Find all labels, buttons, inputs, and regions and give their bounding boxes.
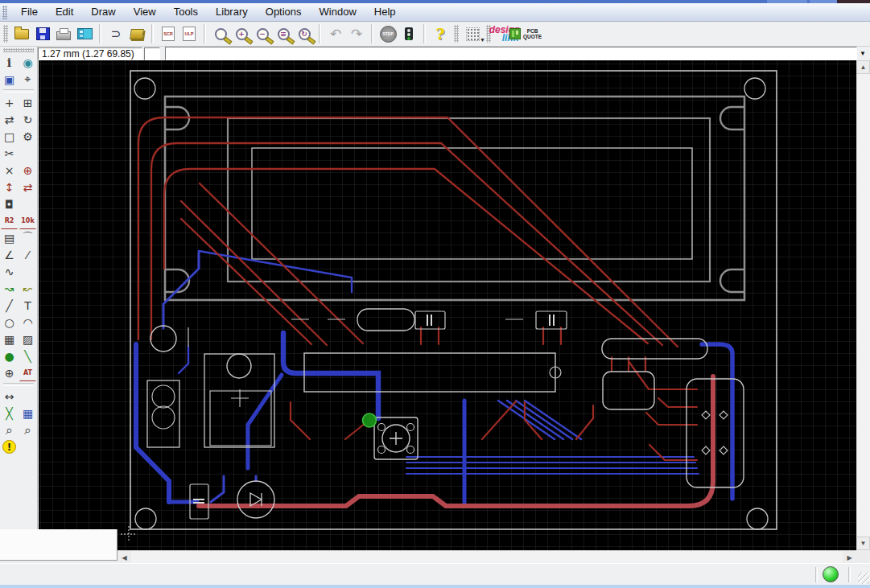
- add-tool[interactable]: ⊕: [19, 162, 36, 179]
- errors-tool[interactable]: ⌕: [19, 421, 36, 438]
- switch-board-schematic-button[interactable]: [74, 23, 95, 44]
- value-tool[interactable]: 10k: [19, 212, 36, 229]
- stop-button[interactable]: STOP: [377, 23, 398, 44]
- scroll-left-arrow[interactable]: ◀: [118, 551, 131, 564]
- vertical-scrollbar[interactable]: ▲ ▼: [856, 60, 870, 550]
- optimize-tool[interactable]: ⁄: [19, 246, 36, 263]
- zoom-out-button[interactable]: −: [252, 23, 273, 44]
- circle-tool[interactable]: ○: [1, 314, 18, 331]
- scroll-down-arrow[interactable]: ▼: [856, 537, 870, 550]
- horizontal-scrollbar[interactable]: ◀ ▶: [118, 550, 856, 563]
- drc-tool[interactable]: ⌕: [1, 421, 18, 438]
- zoom-select-button[interactable]: ≡: [273, 23, 294, 44]
- rotate-tool[interactable]: ↻: [19, 111, 36, 128]
- info-tool[interactable]: i: [1, 54, 18, 71]
- ratsnest-tool[interactable]: ╳: [1, 405, 18, 421]
- copy-tool[interactable]: ⊞: [19, 94, 36, 111]
- scroll-right-arrow[interactable]: ▶: [843, 551, 856, 564]
- quote-text: QUOTE: [523, 34, 542, 39]
- wire-tool[interactable]: ╱: [1, 297, 18, 314]
- undo-button[interactable]: ↶: [325, 23, 346, 44]
- move-tool[interactable]: +: [1, 94, 18, 111]
- attribute-tool[interactable]: AT: [19, 364, 36, 381]
- menu-edit[interactable]: Edit: [47, 3, 82, 22]
- toolbar-drag-handle[interactable]: [454, 25, 459, 43]
- run-ulp-button[interactable]: ULP: [179, 23, 200, 44]
- delete-tool[interactable]: ×: [1, 162, 18, 179]
- scroll-up-arrow[interactable]: ▲: [856, 60, 870, 74]
- show-tool[interactable]: ◉: [19, 54, 36, 71]
- cut-tool[interactable]: ✂: [1, 145, 18, 162]
- menubar-drag-handle[interactable]: [2, 6, 7, 19]
- help-button[interactable]: ?: [430, 23, 451, 44]
- open-button[interactable]: [11, 23, 32, 44]
- smash-tool[interactable]: ▤: [1, 229, 18, 246]
- status-bar: [0, 563, 870, 585]
- undo-arrow-icon: ↶: [330, 26, 341, 42]
- palette-drag-handle[interactable]: [3, 48, 34, 52]
- via-tool[interactable]: ●: [1, 347, 18, 364]
- ripup-tool[interactable]: ↜: [19, 280, 36, 297]
- hole-tool[interactable]: ⊕: [1, 364, 18, 381]
- mark-tool[interactable]: ⌖: [19, 71, 36, 88]
- menu-view[interactable]: View: [125, 3, 165, 22]
- signal-tool[interactable]: ╲: [19, 347, 36, 364]
- replace-tool[interactable]: ⇄: [19, 179, 36, 195]
- menu-help[interactable]: Help: [365, 3, 405, 22]
- print-button[interactable]: [53, 23, 74, 44]
- pcb-quote-brand-button[interactable]: PCBQUOTE: [515, 23, 536, 44]
- name-tool[interactable]: R2: [1, 212, 18, 229]
- zoom-fit-icon: [215, 28, 227, 40]
- text-tool[interactable]: T: [19, 297, 36, 314]
- mirror-tool[interactable]: ⇄: [1, 111, 18, 128]
- zoom-fit-button[interactable]: [210, 23, 231, 44]
- polygon-tool[interactable]: ▨: [19, 331, 36, 347]
- lock-tool[interactable]: ◘: [1, 195, 18, 212]
- palette-separator: [3, 383, 34, 386]
- pcb-text: PCB: [523, 28, 542, 34]
- toolbar-drag-handle[interactable]: [3, 25, 8, 43]
- dimension-tool[interactable]: ↔: [1, 388, 18, 405]
- menu-file[interactable]: File: [12, 3, 47, 22]
- save-button[interactable]: [32, 23, 53, 44]
- mark-display: [144, 47, 160, 60]
- miter-tool[interactable]: ⌒: [19, 229, 36, 246]
- warning-tool[interactable]: !: [2, 440, 16, 454]
- group-tool[interactable]: □: [1, 128, 18, 145]
- printer-icon: [56, 31, 71, 40]
- redo-button[interactable]: ↷: [346, 23, 367, 44]
- board-editor-canvas[interactable]: [39, 60, 856, 550]
- zoom-redraw-icon: ↻: [299, 28, 311, 40]
- pinswap-tool[interactable]: ↕: [1, 179, 18, 195]
- erc-light-button[interactable]: [398, 23, 419, 44]
- menu-draw[interactable]: Draw: [82, 3, 124, 22]
- arc-tool[interactable]: ◠: [19, 314, 36, 331]
- grid-button[interactable]: [462, 23, 483, 44]
- pcb-quote-logo: PCBQUOTE: [509, 28, 542, 39]
- change-tool[interactable]: ⚙: [19, 128, 36, 145]
- zoom-in-button[interactable]: +: [231, 23, 252, 44]
- open-folder-icon: [14, 29, 29, 39]
- menu-window[interactable]: Window: [311, 3, 365, 22]
- run-ulp-page-icon: ULP: [183, 27, 196, 41]
- redo-arrow-icon: ↷: [351, 26, 362, 42]
- route-tool[interactable]: ↝: [1, 280, 18, 297]
- display-tool[interactable]: ▣: [1, 71, 18, 88]
- menu-tools[interactable]: Tools: [165, 3, 207, 22]
- menu-options[interactable]: Options: [257, 3, 311, 22]
- zoom-redraw-button[interactable]: ↻: [294, 23, 315, 44]
- window-resize-grip[interactable]: [858, 573, 869, 584]
- auto-tool[interactable]: ▦: [19, 405, 36, 421]
- toolbar-separator: [423, 24, 426, 43]
- toolbar-separator: [151, 24, 154, 43]
- command-line-input[interactable]: [165, 47, 857, 60]
- rect-tool[interactable]: ▦: [1, 331, 18, 347]
- toolbar-overflow-chevron-icon[interactable]: ▼: [860, 50, 868, 57]
- split-tool[interactable]: ∠: [1, 246, 18, 263]
- run-script-button[interactable]: SCR: [158, 23, 179, 44]
- library-button[interactable]: [126, 23, 147, 44]
- meander-tool[interactable]: ∿: [1, 263, 18, 280]
- edit-device-button[interactable]: ⊃: [105, 23, 126, 44]
- chip-icon: [509, 28, 521, 39]
- menu-library[interactable]: Library: [207, 3, 257, 22]
